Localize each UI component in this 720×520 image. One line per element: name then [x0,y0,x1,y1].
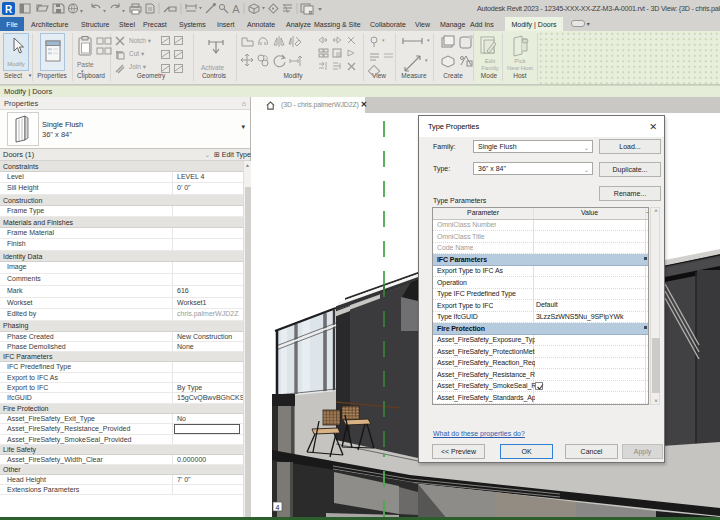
svg-text:A: A [232,3,240,15]
svg-text:4: 4 [276,504,280,511]
svg-text:R: R [5,4,13,15]
